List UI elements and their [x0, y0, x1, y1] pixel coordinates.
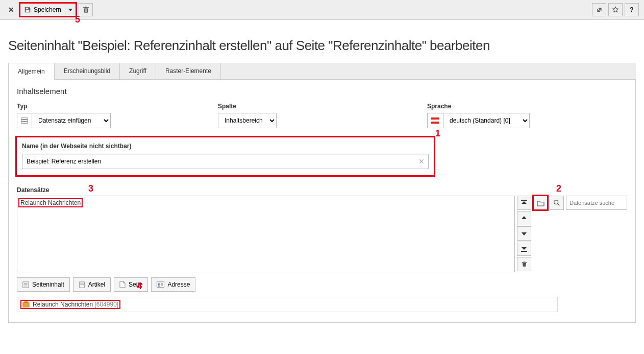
help-button[interactable]: ? [625, 3, 639, 16]
selected-record-text: Relaunch Nachrichten [604990] [33, 301, 118, 308]
svg-rect-5 [431, 120, 439, 122]
language-label: Sprache [427, 103, 530, 110]
remove-record-button[interactable] [517, 257, 531, 271]
svg-point-9 [554, 200, 558, 204]
field-language: Sprache deutsch (Standard) [0] [427, 103, 530, 128]
trash-icon [83, 6, 89, 13]
move-up-icon [521, 215, 527, 221]
type-btn-artikel[interactable]: Artikel [73, 277, 111, 292]
move-bottom-icon [521, 246, 527, 252]
language-select[interactable]: deutsch (Standard) [0] [443, 113, 530, 128]
svg-rect-24 [24, 301, 28, 303]
open-external-button[interactable] [592, 3, 606, 16]
move-up-button[interactable] [517, 211, 531, 225]
search-records-button[interactable] [550, 196, 564, 210]
svg-line-10 [558, 204, 560, 206]
type-btn-seite[interactable]: Seite [114, 277, 148, 292]
question-icon: ? [630, 6, 633, 13]
svg-rect-6 [431, 122, 439, 124]
svg-rect-15 [79, 281, 84, 287]
column-label: Spalte [218, 103, 277, 110]
svg-rect-4 [431, 117, 439, 120]
records-listbox[interactable]: Relaunch Nachrichten [17, 196, 515, 272]
folder-icon [537, 200, 544, 206]
svg-rect-7 [521, 200, 527, 201]
svg-rect-23 [23, 303, 29, 308]
svg-point-19 [158, 283, 160, 285]
move-down-icon [521, 230, 527, 237]
field-column: Spalte Inhaltsbereich [218, 103, 277, 128]
record-type-buttons: Seiteninhalt Artikel Seite Adresse [17, 277, 627, 292]
plugin-icon [22, 301, 30, 308]
article-icon [79, 281, 85, 288]
record-picker-controls [533, 196, 627, 210]
type-btn-seiteninhalt[interactable]: Seiteninhalt [17, 277, 70, 292]
tab-erscheinungsbild[interactable]: Erscheinungsbild [55, 63, 120, 79]
chevron-down-icon [68, 9, 72, 11]
save-icon [24, 6, 31, 13]
trash-icon [522, 261, 527, 267]
tab-pane-allgemein: Inhaltselement Typ Datensatz einfügen Sp… [8, 80, 636, 323]
type-btn-adresse[interactable]: Adresse [151, 277, 195, 292]
content-icon [22, 281, 29, 288]
svg-rect-0 [28, 8, 29, 9]
external-link-icon [596, 7, 603, 13]
bookmark-button[interactable] [608, 3, 623, 16]
save-button-group: Speichern [20, 3, 76, 16]
field-type: Typ Datensatz einfügen [17, 103, 111, 128]
address-icon [157, 281, 164, 288]
save-label: Speichern [34, 6, 61, 13]
move-bottom-button[interactable] [517, 242, 531, 256]
annotation-3: 3 [88, 183, 93, 194]
annotation-2: 2 [556, 183, 561, 194]
tab-bar: Allgemein Erscheinungsbild Zugriff Raste… [8, 63, 636, 80]
reorder-buttons [517, 196, 531, 271]
flag-icon [431, 117, 439, 124]
selected-record-row[interactable]: Relaunch Nachrichten [604990] [17, 297, 558, 312]
tab-allgemein[interactable]: Allgemein [8, 63, 55, 80]
svg-rect-8 [521, 251, 527, 252]
save-dropdown-button[interactable] [65, 3, 76, 16]
type-label: Typ [17, 103, 111, 110]
top-toolbar: ✕ Speichern 5 ? [0, 0, 644, 20]
svg-rect-3 [21, 122, 28, 124]
svg-rect-2 [21, 120, 28, 122]
save-button[interactable]: Speichern [20, 3, 65, 16]
browse-records-button[interactable] [533, 196, 548, 210]
annotation-5: 5 [75, 14, 80, 25]
close-button[interactable]: ✕ [5, 6, 17, 14]
page-icon [119, 281, 126, 288]
section-heading: Inhaltselement [17, 87, 627, 96]
annotation-4: 4 [137, 281, 142, 292]
star-icon [612, 6, 619, 13]
records-icon [21, 117, 28, 124]
clear-input-button[interactable]: ✕ [418, 157, 425, 166]
records-item-0[interactable]: Relaunch Nachrichten [19, 199, 82, 206]
records-search-input[interactable] [566, 196, 627, 210]
selected-record-highlight: Relaunch Nachrichten [604990] [21, 301, 119, 308]
name-field-block: Name (in der Webseite nicht sichtbar) ✕ [17, 137, 434, 175]
annotation-1: 1 [435, 128, 440, 139]
svg-rect-1 [21, 118, 28, 120]
search-icon [553, 199, 560, 206]
tab-raster-elemente[interactable]: Raster-Elemente [156, 63, 221, 79]
name-label: Name (in der Webseite nicht sichtbar) [22, 143, 429, 150]
move-top-button[interactable] [517, 196, 531, 210]
tab-zugriff[interactable]: Zugriff [120, 63, 156, 79]
type-icon-wrap [17, 113, 32, 128]
records-label: Datensätze [17, 186, 627, 194]
delete-button[interactable] [79, 3, 93, 16]
page-title: Seiteninhalt "Beispiel: Referenzinhalt e… [8, 38, 636, 54]
language-flag-wrap [427, 113, 443, 128]
move-down-button[interactable] [517, 226, 531, 241]
column-select[interactable]: Inhaltsbereich [218, 113, 277, 128]
type-select[interactable]: Datensatz einfügen [32, 113, 111, 128]
move-top-icon [521, 200, 527, 206]
name-input[interactable] [22, 154, 429, 169]
